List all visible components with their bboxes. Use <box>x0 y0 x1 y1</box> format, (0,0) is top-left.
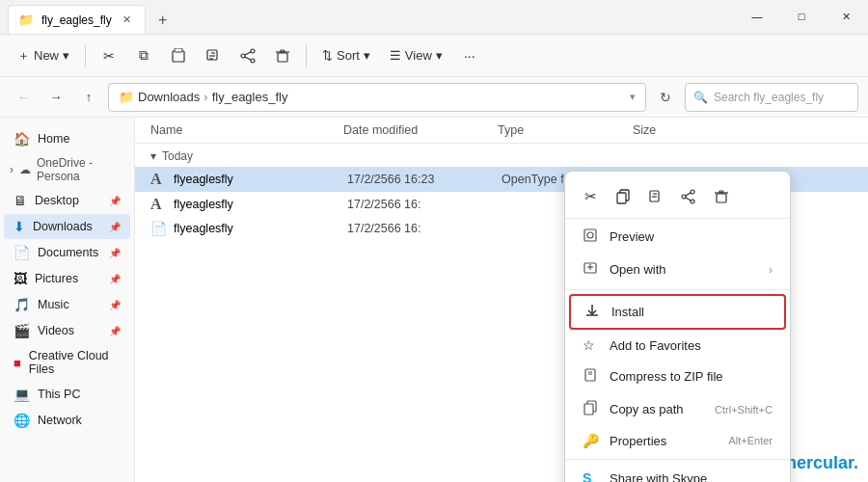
sidebar-item-videos[interactable]: 🎬 Videos 📌 <box>4 318 130 343</box>
ctx-rename-button[interactable] <box>640 181 671 212</box>
ctx-compress-item[interactable]: Compress to ZIP file <box>569 361 786 392</box>
sidebar: 🏠 Home › ☁ OneDrive - Persona 🖥 Desktop … <box>0 118 135 482</box>
cut-button[interactable]: ✂ <box>94 40 124 71</box>
svg-rect-28 <box>584 229 596 241</box>
compress-icon <box>583 367 600 386</box>
search-box[interactable]: 🔍 Search fly_eagles_fly <box>685 83 858 112</box>
context-menu-separator-2 <box>565 459 790 460</box>
svg-line-24 <box>686 198 691 201</box>
copy-path-shortcut: Ctrl+Shift+C <box>715 404 773 415</box>
group-collapse-icon[interactable]: ▾ <box>150 149 156 163</box>
col-header-size[interactable]: Size <box>633 123 729 137</box>
new-plus-icon: ＋ <box>17 47 30 65</box>
paste-button[interactable] <box>163 40 194 71</box>
ctx-skype-item[interactable]: S Share with Skype <box>569 464 786 482</box>
ctx-copy-path-item[interactable]: Copy as path Ctrl+Shift+C <box>569 393 786 425</box>
window-controls: — □ ✕ <box>735 0 868 34</box>
ctx-skype-label: Share with Skype <box>610 471 707 483</box>
sidebar-item-downloads[interactable]: ⬇ Downloads 📌 <box>4 214 130 239</box>
svg-rect-39 <box>584 404 593 415</box>
file-explorer-tab[interactable]: 📁 fly_eagles_fly ✕ <box>8 5 146 34</box>
sidebar-label-creative-cloud: Creative Cloud Files <box>29 349 121 376</box>
file-date-2: 17/2/2566 16: <box>347 222 502 235</box>
pin-icon-documents: 📌 <box>109 248 121 258</box>
sidebar-item-documents[interactable]: 📄 Documents 📌 <box>4 240 130 265</box>
rename-button[interactable] <box>198 40 229 71</box>
pin-icon-pictures: 📌 <box>109 274 121 284</box>
new-label: New <box>34 48 59 63</box>
close-window-button[interactable]: ✕ <box>824 0 868 34</box>
col-header-date[interactable]: Date modified <box>343 123 498 137</box>
ctx-copy-button[interactable] <box>608 181 638 212</box>
ctx-open-with-item[interactable]: Open with › <box>569 254 786 285</box>
new-button[interactable]: ＋ New ▾ <box>10 43 77 68</box>
delete-button[interactable] <box>267 40 298 71</box>
refresh-button[interactable]: ↻ <box>652 84 679 111</box>
view-button[interactable]: ☰ View ▾ <box>382 44 450 67</box>
tab-close-button[interactable]: ✕ <box>120 13 135 28</box>
breadcrumb[interactable]: 📁 Downloads › fly_eagles_fly ▾ <box>108 83 646 112</box>
new-tab-button[interactable]: + <box>149 7 176 34</box>
sidebar-item-music[interactable]: 🎵 Music 📌 <box>4 292 130 317</box>
view-label: View <box>405 48 432 63</box>
properties-icon: 🔑 <box>583 433 600 448</box>
properties-shortcut: Alt+Enter <box>728 435 773 446</box>
sidebar-label-this-pc: This PC <box>38 388 80 401</box>
context-menu-separator-1 <box>565 289 790 290</box>
file-name-1: flyeaglesfly <box>174 198 347 211</box>
sort-button[interactable]: ⇅ Sort ▾ <box>314 44 378 67</box>
svg-point-29 <box>587 232 593 238</box>
context-menu-toolbar: ✂ <box>565 175 790 219</box>
up-button[interactable]: ↑ <box>75 84 102 111</box>
sidebar-item-creative-cloud[interactable]: ■ Creative Cloud Files <box>4 344 130 381</box>
copy-path-icon <box>583 400 600 418</box>
downloads-icon: ⬇ <box>14 219 25 234</box>
this-pc-icon: 💻 <box>14 387 30 402</box>
ctx-compress-label: Compress to ZIP file <box>610 369 723 384</box>
sidebar-item-onedrive[interactable]: › ☁ OneDrive - Persona <box>0 152 134 187</box>
open-with-icon <box>583 260 600 279</box>
ctx-install-item[interactable]: Install <box>569 294 786 330</box>
sidebar-label-music: Music <box>38 298 69 311</box>
forward-button[interactable]: → <box>42 84 69 111</box>
sidebar-label-videos: Videos <box>38 324 74 337</box>
col-header-type[interactable]: Type <box>498 123 633 137</box>
toolbar-separator-2 <box>306 44 307 67</box>
col-header-name[interactable]: Name <box>150 123 343 137</box>
ctx-delete-button[interactable] <box>706 181 737 212</box>
sort-chevron-icon: ▾ <box>364 48 370 63</box>
sidebar-label-onedrive: OneDrive - Persona <box>37 156 124 183</box>
sidebar-item-network[interactable]: 🌐 Network <box>4 408 130 433</box>
documents-icon: 📄 <box>14 245 30 260</box>
ctx-properties-item[interactable]: 🔑 Properties Alt+Enter <box>569 426 786 455</box>
ctx-copy-path-label: Copy as path <box>610 402 684 416</box>
sidebar-item-desktop[interactable]: 🖥 Desktop 📌 <box>4 188 130 213</box>
minimize-button[interactable]: — <box>735 0 779 34</box>
ctx-preview-item[interactable]: Preview <box>569 221 786 253</box>
share-button[interactable] <box>232 40 263 71</box>
pictures-icon: 🖼 <box>14 271 27 286</box>
more-options-button[interactable]: ··· <box>454 40 485 71</box>
sidebar-item-pictures[interactable]: 🖼 Pictures 📌 <box>4 266 130 291</box>
toolbar: ＋ New ▾ ✂ ⧉ ⇅ Sort ▾ ☰ View ▾ ··· <box>0 35 868 77</box>
install-icon <box>584 303 602 321</box>
ctx-share-button[interactable] <box>673 181 704 212</box>
sidebar-item-home[interactable]: 🏠 Home <box>4 126 130 151</box>
sort-icon: ⇅ <box>322 48 333 63</box>
svg-point-9 <box>251 59 255 63</box>
maximize-button[interactable]: □ <box>779 0 824 34</box>
ctx-favorites-item[interactable]: ☆ Add to Favorites <box>569 331 786 360</box>
svg-rect-35 <box>585 369 595 381</box>
ctx-cut-button[interactable]: ✂ <box>575 181 606 212</box>
sidebar-item-this-pc[interactable]: 💻 This PC <box>4 382 130 407</box>
sidebar-label-desktop: Desktop <box>35 194 79 207</box>
file-group-today: ▾ Today <box>135 144 868 167</box>
sort-label: Sort <box>337 48 360 63</box>
svg-rect-14 <box>281 50 285 52</box>
back-button[interactable]: ← <box>10 84 37 111</box>
copy-button[interactable]: ⧉ <box>128 40 159 71</box>
svg-rect-2 <box>175 48 182 52</box>
svg-rect-12 <box>278 53 287 62</box>
file-icon-0: A <box>150 171 168 188</box>
breadcrumb-chevron-icon: ▾ <box>630 91 636 103</box>
